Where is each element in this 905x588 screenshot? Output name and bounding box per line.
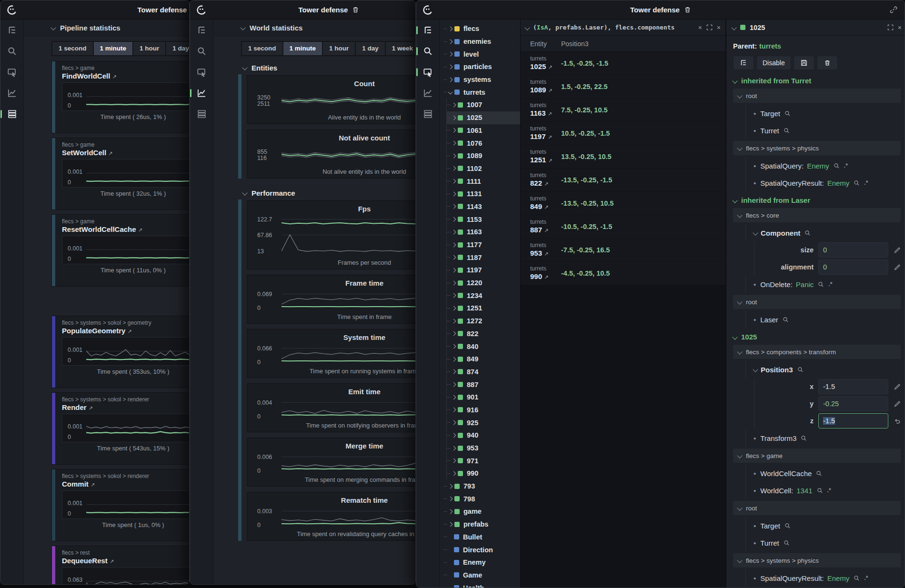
disable-button[interactable]: Disable (756, 56, 791, 70)
tree-expand-chevron-icon[interactable] (452, 306, 456, 311)
component-target[interactable]: Enemy (827, 574, 850, 582)
expand-icon[interactable] (706, 24, 713, 30)
tree-item-1234[interactable]: 1234 (447, 289, 520, 302)
tree-item-990[interactable]: 990 (447, 467, 520, 480)
close-icon[interactable]: × (717, 24, 721, 31)
field-input-x[interactable]: -1.5 (818, 379, 888, 394)
tree-expand-chevron-icon[interactable] (452, 319, 456, 323)
tree-item-1131[interactable]: 1131 (447, 188, 520, 200)
component-target[interactable]: Panic (796, 280, 814, 289)
query-result-row[interactable]: turrets822 ↗-13.5, -0.25, -1.5 (521, 169, 725, 192)
tree-item-1163[interactable]: 1163 (447, 226, 520, 239)
tree-expand-chevron-icon[interactable] (452, 166, 456, 171)
sidebar-inspect-icon[interactable] (416, 61, 439, 82)
tab-1-day[interactable]: 1 day (166, 42, 190, 55)
sidebar-chart-icon[interactable] (190, 82, 213, 103)
query-result-row[interactable]: turrets1251 ↗13.5, -0.25, 10.5 (521, 145, 725, 169)
tree-item-798[interactable]: 798 (440, 492, 520, 505)
tree-expand-chevron-icon[interactable] (452, 204, 456, 209)
sidebar-table-icon[interactable] (416, 103, 439, 124)
tree-item-1251[interactable]: 1251 (447, 302, 520, 315)
tree-expand-chevron-icon[interactable] (452, 458, 456, 463)
search-icon[interactable] (854, 180, 860, 186)
tree-item-1177[interactable]: 1177 (447, 239, 520, 251)
tree-item-1187[interactable]: 1187 (447, 251, 520, 264)
scope-bar[interactable]: flecs > systems > physics (733, 141, 901, 155)
tree-expand-chevron-icon[interactable] (452, 128, 456, 133)
tree-view-button[interactable] (733, 56, 754, 70)
tree-expand-chevron-icon[interactable] (452, 217, 456, 222)
tree-item-Enemy[interactable]: Enemy (440, 556, 520, 569)
field-input-size[interactable]: 0 (818, 242, 888, 258)
chart-title-link[interactable]: Commit ↗ (62, 480, 190, 488)
tree-item-1025[interactable]: 1025 (447, 111, 520, 124)
search-icon[interactable] (783, 317, 789, 323)
tree-item-Bullet[interactable]: Bullet (440, 531, 520, 544)
tree-expand-chevron-icon[interactable] (448, 497, 453, 501)
tree-item-1197[interactable]: 1197 (447, 264, 520, 277)
field-input-alignment[interactable]: 0 (818, 259, 888, 275)
sidebar-tree-icon[interactable] (416, 20, 439, 40)
tree-expand-chevron-icon[interactable] (452, 280, 456, 285)
scope-bar[interactable]: flecs > components > transform (733, 345, 901, 359)
search-icon[interactable] (834, 163, 840, 169)
component-target[interactable]: Enemy (827, 179, 850, 187)
component-target[interactable]: Enemy (807, 162, 829, 170)
chart-title-link[interactable]: DequeueRest ↗ (62, 557, 190, 565)
inspector-section-1025[interactable]: 1025 (733, 333, 901, 341)
scope-bar[interactable]: root (733, 501, 901, 515)
query-result-row[interactable]: turrets849 ↗-13.5, -0.25, 10.5 (521, 192, 725, 215)
tree-item-1102[interactable]: 1102 (447, 162, 520, 175)
tree-expand-chevron-icon[interactable] (452, 382, 456, 387)
entity-id-link[interactable]: 1025 ↗ (530, 62, 561, 71)
tree-expand-chevron-icon[interactable] (448, 52, 453, 57)
tab-1-minute[interactable]: 1 minute (94, 42, 133, 55)
chart-title-link[interactable]: FindWorldCell ↗ (62, 72, 190, 80)
query-result-row[interactable]: turrets990 ↗-4.5, -0.25, 10.5 (521, 262, 725, 285)
tree-item-1076[interactable]: 1076 (447, 137, 520, 149)
tree-expand-chevron-icon[interactable] (452, 115, 456, 120)
query-result-row[interactable]: turrets1089 ↗1.5, -0.25, 22.5 (521, 75, 725, 99)
link-icon[interactable] (889, 5, 898, 14)
scope-bar[interactable]: root (733, 89, 901, 103)
tab-1-week[interactable]: 1 week (386, 42, 416, 55)
component-target[interactable]: 1341 (796, 487, 812, 495)
tree-item-887[interactable]: 887 (447, 378, 520, 391)
entity-id-link[interactable]: 1197 ↗ (530, 132, 561, 141)
sidebar-table-icon[interactable] (0, 103, 23, 124)
inspector-section-inherited-from-Laser[interactable]: inherited from Laser (733, 196, 901, 204)
tree-expand-chevron-icon[interactable] (448, 39, 453, 44)
scope-bar[interactable]: root (733, 295, 901, 309)
tree-item-925[interactable]: 925 (447, 416, 520, 429)
section-header[interactable]: Performance (238, 186, 416, 199)
tree-item-systems[interactable]: systems (440, 73, 520, 86)
delete-button[interactable] (817, 56, 838, 70)
entity-id-link[interactable]: 1251 ↗ (530, 156, 561, 165)
close-icon[interactable]: × (898, 24, 902, 31)
search-icon[interactable] (818, 281, 824, 288)
tree-expand-chevron-icon[interactable] (452, 369, 456, 374)
tree-item-prefabs[interactable]: prefabs (440, 518, 520, 531)
tree-item-particles[interactable]: particles (440, 60, 520, 73)
sidebar-inspect-icon[interactable] (0, 61, 23, 82)
tree-expand-chevron-icon[interactable] (452, 268, 456, 272)
field-input-y[interactable]: -0.25 (818, 396, 888, 411)
tree-item-Health[interactable]: Health (440, 581, 520, 588)
tree-expand-chevron-icon[interactable] (452, 408, 456, 412)
search-icon[interactable] (801, 435, 807, 441)
section-header[interactable]: Entities (238, 61, 416, 74)
tree-item-874[interactable]: 874 (447, 366, 520, 379)
tree-item-turrets[interactable]: turrets (440, 86, 520, 99)
undo-icon[interactable] (888, 418, 901, 425)
tree-expand-chevron-icon[interactable] (452, 229, 456, 234)
tree-expand-chevron-icon[interactable] (452, 255, 456, 260)
tree-item-Direction[interactable]: Direction (440, 543, 520, 556)
collapse-chevron-icon[interactable] (731, 25, 736, 30)
search-icon[interactable] (784, 110, 791, 117)
tree-item-793[interactable]: 793 (440, 480, 520, 493)
query-result-row[interactable]: turrets1025 ↗-1.5, -0.25, -1.5 (521, 52, 725, 75)
panel-header-pipeline[interactable]: Pipeline statistics (24, 20, 190, 36)
sidebar-chart-icon[interactable] (416, 82, 439, 103)
entity-id-link[interactable]: 849 ↗ (530, 202, 561, 211)
sidebar-search-icon[interactable] (416, 40, 439, 61)
